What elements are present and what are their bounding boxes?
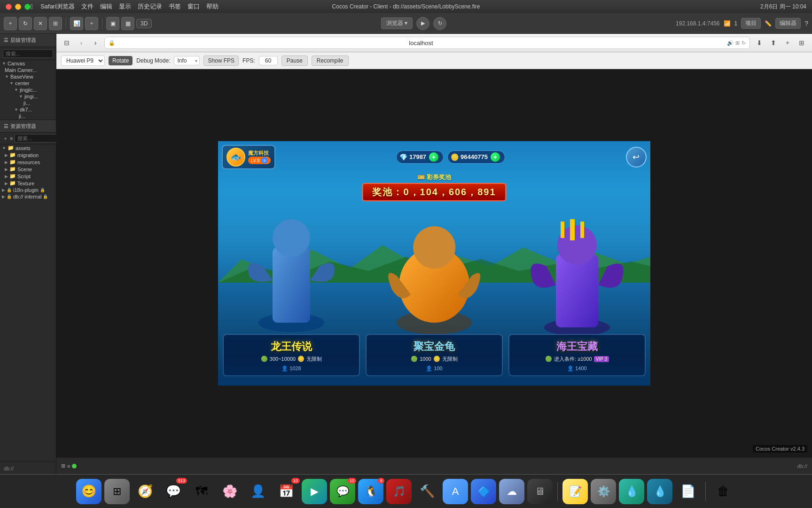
tree-item-dk7[interactable]: ▼ dk7... [0,106,56,113]
dock-item-baidu[interactable]: 🔷 [471,479,496,504]
back-button[interactable]: ↩ [626,147,647,167]
show-fps-button[interactable]: Show FPS [203,56,239,66]
toolbar-refresh-btn[interactable]: ↻ [19,17,32,30]
dock-item-calendar[interactable]: 📅 10 [273,479,299,504]
maximize-button[interactable] [24,4,31,10]
assets-plus-icon[interactable]: ＋ [3,135,8,142]
menu-window[interactable]: 窗口 [187,2,200,11]
asset-label: i18n-plugin [13,187,39,193]
asset-item-script[interactable]: ▶ 📁 Script [0,173,56,180]
dock-item-settings[interactable]: ⚙️ [591,479,616,504]
asset-item-resources[interactable]: ▶ 📁 resources [0,159,56,166]
audio-icon[interactable]: 🔊 [727,40,734,46]
dock-item-launchpad[interactable]: ⊞ [104,479,130,504]
dock-item-droplet2[interactable]: 💧 [647,479,672,504]
browser-area: ⊟ ‹ › 🔒 localhost 🔊 ⊞ ↻ ⬇ ⬆ ＋ ⊞ [56,34,812,474]
asset-item-scene[interactable]: ▶ 📁 Scene [0,166,56,173]
toolbar-close-btn[interactable]: ✕ [34,17,47,30]
menu-help[interactable]: 帮助 [206,2,219,11]
device-select[interactable]: Huawei P9 [61,56,105,66]
game-frame: 🐟 魔方科技 LV.8 6 💎 [218,141,650,386]
coin-amount: 96440775 [461,153,488,160]
recompile-button[interactable]: Recompile [312,56,349,66]
device-select-wrapper: Huawei P9 [61,56,105,66]
minimize-button[interactable] [15,4,21,10]
dock-item-qq[interactable]: 🐧 8 [358,479,383,504]
share-button[interactable]: ⬆ [768,37,779,48]
cocos-toolbar: ＋ ↻ ✕ ⊞ 📊 ＋ ▣ ▦ 3D 浏览器 ▾ ▶ ↻ 192.168.1.4… [0,13,812,34]
toolbar-screen-btn[interactable]: ▣ [106,17,119,30]
download-button[interactable]: ⬇ [754,37,765,48]
dock-item-contacts[interactable]: 👤 [245,479,271,504]
new-tab-button[interactable]: ＋ [782,37,793,48]
extension-icon[interactable]: ⊞ [735,40,740,46]
rotate-button[interactable]: Rotate [109,56,133,65]
asset-item-assets[interactable]: ▼ 📁 assets [0,144,56,151]
dock-item-notes[interactable]: 📝 [562,479,588,504]
menu-bookmarks[interactable]: 书签 [169,2,181,11]
dock-item-screen[interactable]: 🖥 [527,479,553,504]
nav-back-button[interactable]: ‹ [76,38,86,48]
tree-item-canvas[interactable]: ▼ Canvas [0,60,56,67]
project-btn[interactable]: 项目 [741,18,761,29]
browser-dropdown[interactable]: 浏览器 ▾ [381,17,413,29]
hierarchy-search-input[interactable] [3,49,53,58]
dock-item-maps[interactable]: 🗺 [189,479,214,504]
reload-icon[interactable]: ↻ [742,40,746,46]
tree-item-maincam[interactable]: Main Camer... [0,67,56,73]
char-right-area [516,199,638,341]
dock-item-textedit[interactable]: 📄 [675,479,701,504]
dock-item-messages[interactable]: 💬 513 [161,479,186,504]
tree-item-ji1[interactable]: ji... [0,100,56,106]
help-icon: ? [804,20,808,27]
appstore-icon: A [452,485,459,498]
dock-item-appstore[interactable]: A [443,479,468,504]
menu-app[interactable]: Safari浏览器 [40,2,75,11]
tree-item-baseview[interactable]: ▼ BaseView [0,73,56,80]
tab-grid-button[interactable]: ⊞ [796,37,807,48]
trash-icon: 🗑 [717,484,729,499]
toolbar-plus-btn[interactable]: ＋ [4,17,17,30]
dock-item-droplet1[interactable]: 💧 [619,479,644,504]
diamond-plus-button[interactable]: + [429,152,438,162]
toolbar-grid-btn[interactable]: ⊞ [49,17,62,30]
asset-item-texture[interactable]: ▶ 📁 Texture [0,180,56,187]
assets-list-icon[interactable]: ≡ [10,135,13,141]
dock-item-photos[interactable]: 🌸 [217,479,242,504]
toolbar-add-btn[interactable]: ＋ [85,17,98,30]
menu-history[interactable]: 历史记录 [138,2,162,11]
asset-item-migration[interactable]: ▶ 📁 migration [0,151,56,159]
refresh-game-button[interactable]: ↻ [433,17,446,30]
sidebar-toggle-button[interactable]: ⊟ [61,37,72,48]
address-bar[interactable]: 🔒 localhost 🔊 ⊞ ↻ [104,37,750,49]
toolbar-3d-btn[interactable]: 3D [136,19,152,28]
play-button[interactable]: ▶ [416,17,429,30]
coin-plus-button[interactable]: + [491,152,500,162]
menu-view[interactable]: 显示 [119,2,131,11]
dock-item-safari[interactable]: 🧭 [133,479,158,504]
menu-edit[interactable]: 编辑 [100,2,112,11]
char-mid-area [374,207,495,341]
tree-item-center[interactable]: ▼ center [0,80,56,87]
tree-item-jingi[interactable]: ▼ jingi... [0,93,56,100]
close-button[interactable] [6,4,12,10]
tree-item-jingjic[interactable]: ▼ jingjic... [0,87,56,93]
debug-mode-select[interactable]: Log Info Warn Error [174,56,200,65]
tree-arrow: ▼ [2,146,6,151]
dock-item-xcode[interactable]: 🔨 [414,479,440,504]
dock-item-helium[interactable]: ☁ [499,479,524,504]
dock-item-music[interactable]: 🎵 [386,479,412,504]
asset-item-i18n[interactable]: ▶ 🔒 i18n-plugin 🔒 [0,187,56,193]
menu-file[interactable]: 文件 [81,2,94,11]
nav-forward-button[interactable]: › [90,38,101,48]
editor-btn[interactable]: 编辑器 [775,18,801,29]
dock-item-finder[interactable]: 😊 [76,479,102,504]
dock-item-wechat[interactable]: 💬 10 [330,479,355,504]
asset-item-internal[interactable]: ▶ 🔒 db:// internal 🔒 [0,193,56,200]
dock-item-gamedev[interactable]: ▶ [302,479,327,504]
toolbar-chart-btn[interactable]: 📊 [70,17,83,30]
pause-button[interactable]: Pause [281,56,308,66]
toolbar-rect-btn[interactable]: ▦ [121,17,134,30]
dock-item-trash[interactable]: 🗑 [710,479,736,504]
tree-item-ji2[interactable]: ji... [0,113,56,119]
